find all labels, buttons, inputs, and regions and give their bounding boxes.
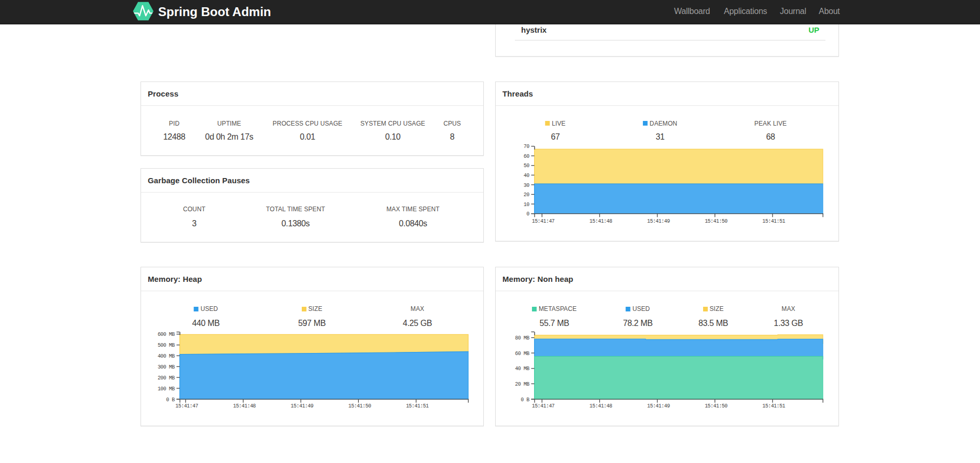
svg-text:100 MB: 100 MB [158,386,175,392]
svg-text:15:41:49: 15:41:49 [647,403,670,409]
svg-text:0 B: 0 B [521,397,529,403]
svg-text:40 MB: 40 MB [515,366,529,372]
svg-text:500 MB: 500 MB [158,343,175,348]
svg-text:70: 70 [524,144,529,149]
svg-text:200 MB: 200 MB [158,375,175,381]
svg-text:0: 0 [526,211,529,217]
svg-text:15:41:50: 15:41:50 [705,219,727,224]
svg-text:50: 50 [524,163,529,169]
svg-text:80 MB: 80 MB [515,335,529,341]
svg-text:15:41:48: 15:41:48 [233,403,256,409]
svg-text:15:41:49: 15:41:49 [291,403,314,409]
svg-text:30: 30 [524,183,529,188]
svg-text:20: 20 [524,192,529,198]
svg-text:60 MB: 60 MB [515,351,529,357]
svg-text:15:41:50: 15:41:50 [705,403,727,409]
svg-text:300 MB: 300 MB [158,364,175,370]
svg-text:15:41:48: 15:41:48 [590,219,612,224]
svg-text:15:41:50: 15:41:50 [348,403,371,409]
svg-text:15:41:49: 15:41:49 [647,219,670,224]
svg-text:400 MB: 400 MB [158,353,175,359]
svg-text:15:41:47: 15:41:47 [532,403,555,409]
svg-text:10: 10 [524,202,529,208]
svg-text:0 B: 0 B [166,397,175,403]
svg-text:15:41:51: 15:41:51 [762,403,785,409]
svg-text:40: 40 [524,173,529,179]
svg-text:15:41:51: 15:41:51 [406,403,429,409]
svg-text:15:41:47: 15:41:47 [532,219,555,224]
svg-text:20 MB: 20 MB [515,382,529,387]
svg-text:600 MB: 600 MB [158,332,175,337]
svg-text:60: 60 [524,154,529,159]
svg-text:15:41:47: 15:41:47 [175,403,198,409]
svg-text:15:41:51: 15:41:51 [762,219,785,224]
svg-text:15:41:48: 15:41:48 [590,403,612,409]
